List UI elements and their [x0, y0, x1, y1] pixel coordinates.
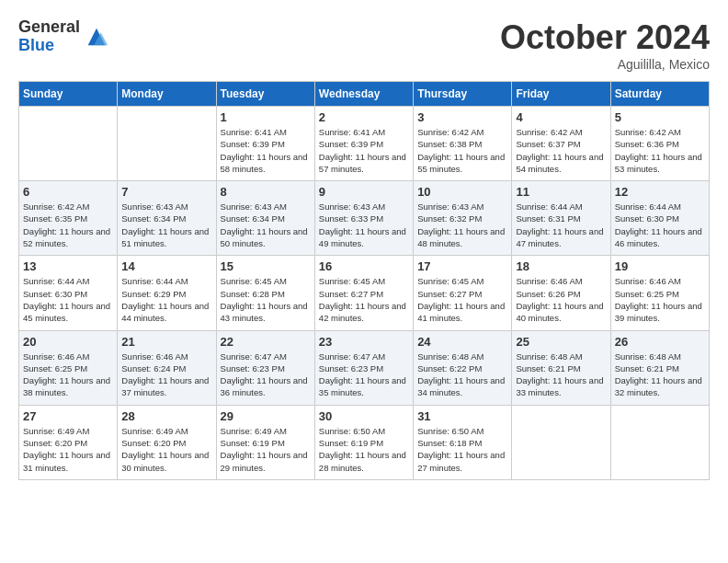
week-row-1: 1Sunrise: 6:41 AM Sunset: 6:39 PM Daylig… [19, 107, 710, 181]
day-cell: 22Sunrise: 6:47 AM Sunset: 6:23 PM Dayli… [216, 330, 314, 405]
day-number: 1 [221, 110, 311, 124]
day-number: 19 [615, 259, 705, 273]
day-number: 6 [23, 185, 113, 199]
day-info: Sunrise: 6:50 AM Sunset: 6:18 PM Dayligh… [417, 425, 507, 474]
day-cell: 17Sunrise: 6:45 AM Sunset: 6:27 PM Dayli… [414, 256, 512, 330]
day-cell: 11Sunrise: 6:44 AM Sunset: 6:31 PM Dayli… [512, 181, 610, 256]
day-cell [512, 405, 610, 479]
day-cell [610, 405, 709, 479]
day-info: Sunrise: 6:47 AM Sunset: 6:23 PM Dayligh… [221, 350, 311, 399]
day-cell: 26Sunrise: 6:48 AM Sunset: 6:21 PM Dayli… [610, 330, 709, 405]
day-number: 13 [23, 259, 113, 273]
day-cell: 24Sunrise: 6:48 AM Sunset: 6:22 PM Dayli… [414, 330, 512, 405]
day-cell: 10Sunrise: 6:43 AM Sunset: 6:32 PM Dayli… [414, 181, 512, 256]
day-cell: 25Sunrise: 6:48 AM Sunset: 6:21 PM Dayli… [512, 330, 610, 405]
day-cell: 5Sunrise: 6:42 AM Sunset: 6:36 PM Daylig… [610, 107, 709, 181]
page-header: General Blue October 2024 Aguililla, Mex… [18, 18, 710, 72]
day-number: 20 [23, 335, 113, 349]
day-cell: 7Sunrise: 6:43 AM Sunset: 6:34 PM Daylig… [118, 181, 216, 256]
header-row: SundayMondayTuesdayWednesdayThursdayFrid… [19, 82, 710, 107]
day-info: Sunrise: 6:42 AM Sunset: 6:36 PM Dayligh… [615, 126, 705, 175]
day-info: Sunrise: 6:43 AM Sunset: 6:34 PM Dayligh… [121, 201, 211, 249]
day-info: Sunrise: 6:45 AM Sunset: 6:27 PM Dayligh… [417, 275, 507, 324]
day-cell [19, 107, 118, 181]
day-cell: 6Sunrise: 6:42 AM Sunset: 6:35 PM Daylig… [19, 181, 118, 256]
day-number: 18 [516, 259, 606, 273]
day-cell: 31Sunrise: 6:50 AM Sunset: 6:18 PM Dayli… [414, 405, 512, 479]
day-info: Sunrise: 6:46 AM Sunset: 6:25 PM Dayligh… [23, 350, 113, 399]
day-number: 4 [516, 110, 606, 124]
day-info: Sunrise: 6:42 AM Sunset: 6:35 PM Dayligh… [23, 201, 113, 249]
day-cell: 18Sunrise: 6:46 AM Sunset: 6:26 PM Dayli… [512, 256, 610, 330]
day-info: Sunrise: 6:48 AM Sunset: 6:22 PM Dayligh… [417, 350, 507, 399]
day-info: Sunrise: 6:49 AM Sunset: 6:20 PM Dayligh… [121, 425, 211, 474]
day-cell: 20Sunrise: 6:46 AM Sunset: 6:25 PM Dayli… [19, 330, 118, 405]
day-info: Sunrise: 6:44 AM Sunset: 6:30 PM Dayligh… [23, 275, 113, 324]
day-cell: 29Sunrise: 6:49 AM Sunset: 6:19 PM Dayli… [216, 405, 314, 479]
day-info: Sunrise: 6:46 AM Sunset: 6:26 PM Dayligh… [516, 275, 606, 324]
logo-general-text: General [18, 18, 80, 37]
day-info: Sunrise: 6:49 AM Sunset: 6:20 PM Dayligh… [23, 425, 113, 474]
day-number: 31 [417, 409, 507, 423]
week-row-2: 6Sunrise: 6:42 AM Sunset: 6:35 PM Daylig… [19, 181, 710, 256]
day-cell: 2Sunrise: 6:41 AM Sunset: 6:39 PM Daylig… [314, 107, 413, 181]
day-info: Sunrise: 6:47 AM Sunset: 6:23 PM Dayligh… [319, 350, 409, 399]
day-number: 22 [221, 335, 311, 349]
day-info: Sunrise: 6:43 AM Sunset: 6:32 PM Dayligh… [417, 201, 507, 249]
header-cell-monday: Monday [118, 82, 216, 107]
day-info: Sunrise: 6:43 AM Sunset: 6:34 PM Dayligh… [221, 201, 311, 249]
header-cell-saturday: Saturday [610, 82, 709, 107]
day-cell: 3Sunrise: 6:42 AM Sunset: 6:38 PM Daylig… [414, 107, 512, 181]
day-info: Sunrise: 6:44 AM Sunset: 6:31 PM Dayligh… [516, 201, 606, 249]
logo: General Blue [18, 18, 109, 55]
title-block: October 2024 Aguililla, Mexico [500, 18, 710, 72]
month-title: October 2024 [500, 18, 710, 57]
header-cell-thursday: Thursday [414, 82, 512, 107]
day-number: 3 [417, 110, 507, 124]
day-number: 24 [417, 335, 507, 349]
header-cell-sunday: Sunday [19, 82, 118, 107]
day-cell: 1Sunrise: 6:41 AM Sunset: 6:39 PM Daylig… [216, 107, 314, 181]
logo-blue-text: Blue [18, 37, 80, 55]
week-row-3: 13Sunrise: 6:44 AM Sunset: 6:30 PM Dayli… [19, 256, 710, 330]
day-number: 7 [121, 185, 211, 199]
day-info: Sunrise: 6:44 AM Sunset: 6:30 PM Dayligh… [615, 201, 705, 249]
day-number: 11 [516, 185, 606, 199]
day-info: Sunrise: 6:49 AM Sunset: 6:19 PM Dayligh… [221, 425, 311, 474]
day-cell: 13Sunrise: 6:44 AM Sunset: 6:30 PM Dayli… [19, 256, 118, 330]
day-number: 10 [417, 185, 507, 199]
day-info: Sunrise: 6:50 AM Sunset: 6:19 PM Dayligh… [319, 425, 409, 474]
day-cell: 21Sunrise: 6:46 AM Sunset: 6:24 PM Dayli… [118, 330, 216, 405]
day-cell: 16Sunrise: 6:45 AM Sunset: 6:27 PM Dayli… [314, 256, 413, 330]
day-info: Sunrise: 6:46 AM Sunset: 6:25 PM Dayligh… [615, 275, 705, 324]
day-info: Sunrise: 6:48 AM Sunset: 6:21 PM Dayligh… [615, 350, 705, 399]
day-cell: 14Sunrise: 6:44 AM Sunset: 6:29 PM Dayli… [118, 256, 216, 330]
day-number: 26 [615, 335, 705, 349]
day-info: Sunrise: 6:42 AM Sunset: 6:38 PM Dayligh… [417, 126, 507, 175]
calendar-table: SundayMondayTuesdayWednesdayThursdayFrid… [18, 81, 710, 480]
day-number: 5 [615, 110, 705, 124]
day-number: 2 [319, 110, 409, 124]
header-cell-friday: Friday [512, 82, 610, 107]
day-info: Sunrise: 6:42 AM Sunset: 6:37 PM Dayligh… [516, 126, 606, 175]
day-info: Sunrise: 6:46 AM Sunset: 6:24 PM Dayligh… [121, 350, 211, 399]
day-info: Sunrise: 6:45 AM Sunset: 6:28 PM Dayligh… [221, 275, 311, 324]
day-number: 23 [319, 335, 409, 349]
day-cell: 19Sunrise: 6:46 AM Sunset: 6:25 PM Dayli… [610, 256, 709, 330]
day-info: Sunrise: 6:43 AM Sunset: 6:33 PM Dayligh… [319, 201, 409, 249]
day-number: 12 [615, 185, 705, 199]
week-row-4: 20Sunrise: 6:46 AM Sunset: 6:25 PM Dayli… [19, 330, 710, 405]
day-info: Sunrise: 6:44 AM Sunset: 6:29 PM Dayligh… [121, 275, 211, 324]
location-text: Aguililla, Mexico [500, 57, 710, 72]
day-info: Sunrise: 6:45 AM Sunset: 6:27 PM Dayligh… [319, 275, 409, 324]
day-number: 17 [417, 259, 507, 273]
day-cell: 12Sunrise: 6:44 AM Sunset: 6:30 PM Dayli… [610, 181, 709, 256]
day-number: 29 [221, 409, 311, 423]
day-number: 9 [319, 185, 409, 199]
day-cell [118, 107, 216, 181]
day-cell: 23Sunrise: 6:47 AM Sunset: 6:23 PM Dayli… [314, 330, 413, 405]
day-number: 30 [319, 409, 409, 423]
day-number: 8 [221, 185, 311, 199]
day-info: Sunrise: 6:48 AM Sunset: 6:21 PM Dayligh… [516, 350, 606, 399]
day-number: 27 [23, 409, 113, 423]
